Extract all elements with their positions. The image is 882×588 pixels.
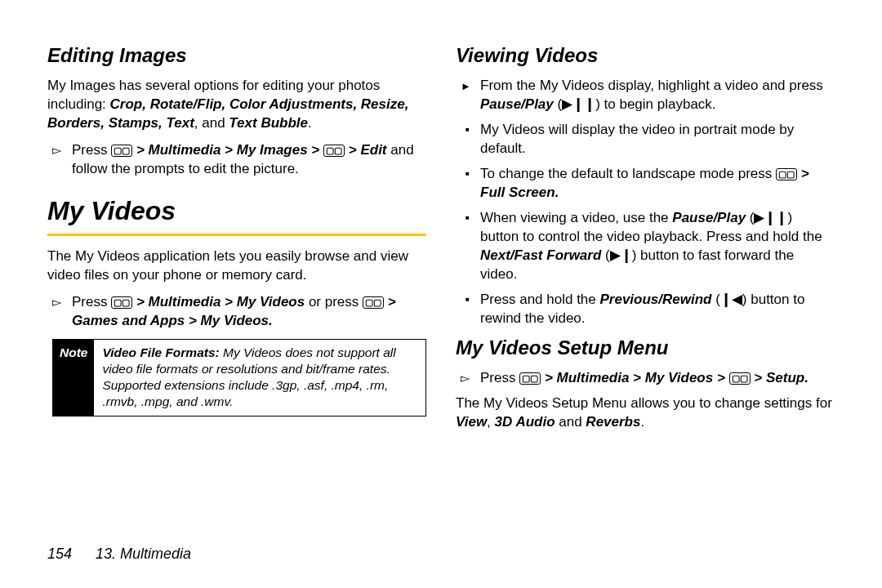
- list-setup-steps: Press ▢▢ > Multimedia > My Videos > ▢▢ >…: [456, 369, 835, 388]
- menu-key-icon: ▢▢: [111, 296, 132, 309]
- heading-editing-images: Editing Images: [47, 42, 426, 69]
- menu-key-icon: ▢▢: [776, 168, 797, 180]
- note-box: Note Video File Formats: My Videos does …: [52, 339, 426, 416]
- paragraph-setup: The My Videos Setup Menu allows you to c…: [456, 394, 835, 432]
- list-item: From the My Videos display, highlight a …: [480, 77, 835, 114]
- menu-key-icon: ▢▢: [363, 296, 384, 309]
- list-myvideos-steps: Press ▢▢ > Multimedia > My Videos or pre…: [47, 293, 426, 331]
- menu-key-icon: ▢▢: [323, 145, 345, 157]
- left-column: Editing Images My Images has several opt…: [47, 39, 426, 521]
- heading-viewing-videos: Viewing Videos: [456, 42, 835, 69]
- list-item: Press ▢▢ > Multimedia > My Images > ▢▢ >…: [72, 141, 426, 179]
- page-footer: 154 13. Multimedia: [47, 544, 191, 564]
- list-editing-steps: Press ▢▢ > Multimedia > My Images > ▢▢ >…: [47, 141, 426, 179]
- list-item: To change the default to landscape mode …: [480, 165, 835, 203]
- list-item: Press ▢▢ > Multimedia > My Videos or pre…: [72, 293, 426, 331]
- note-label: Note: [53, 340, 94, 416]
- list-viewing-top: From the My Videos display, highlight a …: [456, 77, 835, 114]
- paragraph-myvideos-intro: The My Videos application lets you easil…: [47, 247, 426, 285]
- list-item: Press ▢▢ > Multimedia > My Videos > ▢▢ >…: [480, 369, 835, 388]
- page-number: 154: [47, 546, 72, 562]
- right-column: Viewing Videos From the My Videos displa…: [456, 39, 835, 521]
- heading-setup-menu: My Videos Setup Menu: [456, 335, 835, 361]
- menu-key-icon: ▢▢: [729, 372, 751, 385]
- note-body: Video File Formats: My Videos does not s…: [94, 340, 425, 416]
- menu-key-icon: ▢▢: [519, 372, 541, 385]
- divider-yellow: [47, 234, 426, 236]
- section-name: 13. Multimedia: [96, 546, 191, 562]
- list-viewing-sub: My Videos will display the video in port…: [456, 121, 835, 327]
- menu-key-icon: ▢▢: [111, 145, 132, 157]
- heading-my-videos: My Videos: [47, 194, 426, 229]
- list-item: Press and hold the Previous/Rewind (❙◀) …: [480, 291, 835, 328]
- paragraph-editing-intro: My Images has several options for editin…: [47, 77, 426, 133]
- list-item: My Videos will display the video in port…: [480, 121, 835, 158]
- list-item: When viewing a video, use the Pause/Play…: [480, 209, 835, 284]
